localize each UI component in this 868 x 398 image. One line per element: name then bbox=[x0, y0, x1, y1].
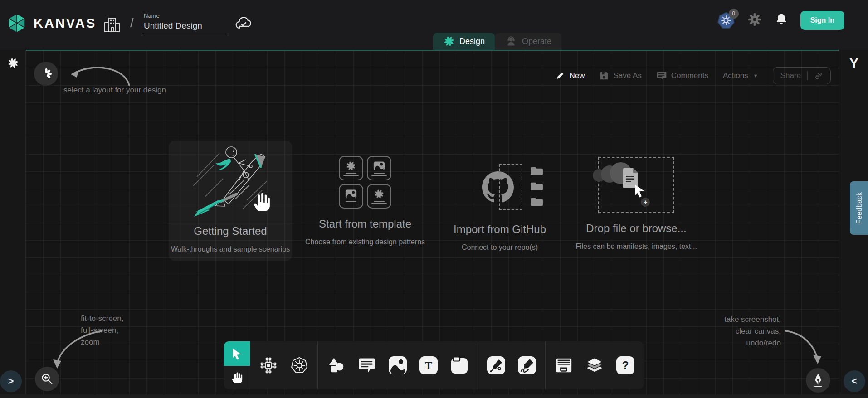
card-getting-started[interactable]: Getting Started Walk-throughs and sample… bbox=[169, 141, 292, 261]
drawer-icon bbox=[554, 356, 573, 374]
layout-hint-text: select a layout for your design bbox=[63, 84, 166, 96]
image-icon bbox=[373, 160, 385, 172]
component-node-icon bbox=[259, 356, 278, 375]
magnifier-plus-icon bbox=[40, 372, 54, 386]
card-subtitle: Files can be manifests, images, text... bbox=[575, 243, 697, 251]
sign-in-button[interactable]: Sign In bbox=[800, 11, 844, 30]
feedback-tab[interactable]: Feedback bbox=[850, 181, 868, 235]
card-title: Start from template bbox=[319, 218, 411, 230]
shapes-tool-button[interactable] bbox=[327, 356, 346, 375]
tab-design[interactable]: Design bbox=[433, 33, 495, 50]
help-button[interactable]: ? bbox=[616, 356, 635, 375]
card-title: Drop file or browse... bbox=[586, 222, 686, 235]
layout-selector-button[interactable] bbox=[34, 62, 58, 86]
new-design-button[interactable]: New bbox=[555, 71, 585, 81]
actions-dropdown[interactable]: Actions ▼ bbox=[723, 71, 758, 80]
kubernetes-credits-icon[interactable]: 0 bbox=[717, 11, 735, 29]
card-drop-file[interactable]: + Drop file or browse... Files can be ma… bbox=[568, 141, 704, 251]
image-tool-button[interactable] bbox=[388, 356, 407, 375]
zoom-in-button[interactable] bbox=[35, 367, 59, 391]
pencil-scribble-icon bbox=[518, 356, 536, 374]
design-name-input[interactable] bbox=[144, 21, 225, 34]
pen-path-icon bbox=[487, 356, 505, 374]
layers-button[interactable] bbox=[585, 356, 604, 375]
right-sidebar: Y Feedback < bbox=[839, 50, 868, 398]
design-name-group: Name bbox=[144, 12, 225, 34]
note-tool-button[interactable] bbox=[450, 356, 469, 375]
brand-name: KANVAS bbox=[34, 16, 96, 31]
folder-icon bbox=[530, 180, 544, 192]
layers-icon bbox=[585, 356, 604, 375]
mode-tabs: Design Operate bbox=[433, 33, 561, 50]
comments-button[interactable]: Comments bbox=[656, 71, 708, 81]
sticky-note-icon bbox=[450, 356, 468, 374]
dock-toolbar: T bbox=[224, 341, 644, 389]
expand-left-panel-button[interactable]: > bbox=[0, 370, 22, 392]
share-button[interactable]: Share bbox=[773, 67, 831, 84]
pattern-spiral-icon bbox=[374, 189, 385, 199]
pen-tools-button[interactable] bbox=[806, 368, 830, 393]
kanvas-app: KANVAS / Name Design bbox=[0, 0, 868, 398]
drawer-archive-button[interactable] bbox=[554, 356, 573, 375]
comment-tool-button[interactable] bbox=[357, 356, 376, 375]
collapse-right-panel-button[interactable]: < bbox=[844, 370, 865, 392]
comments-icon bbox=[656, 71, 667, 81]
template-tile bbox=[339, 156, 363, 180]
card-subtitle: Connect to your repo(s) bbox=[462, 243, 538, 252]
cursor-arrow-icon bbox=[634, 184, 647, 199]
folder-icon bbox=[530, 196, 544, 207]
brand[interactable]: KANVAS bbox=[6, 13, 96, 34]
tool-selector bbox=[224, 341, 250, 389]
text-tool-button[interactable]: T bbox=[419, 356, 438, 375]
save-as-button[interactable]: Save As bbox=[599, 71, 641, 81]
left-sidebar: > bbox=[0, 50, 26, 398]
header-actions: 0 Sign In bbox=[717, 11, 844, 30]
card-start-from-template[interactable]: Start from template Choose from existing… bbox=[305, 141, 425, 246]
pencil-icon bbox=[555, 71, 565, 81]
repo-folders bbox=[530, 165, 544, 207]
plus-badge: + bbox=[641, 198, 650, 207]
notifications-bell-icon[interactable] bbox=[774, 12, 789, 29]
image-icon bbox=[389, 356, 407, 374]
kubernetes-tool-button[interactable] bbox=[290, 356, 309, 375]
comment-bubble-icon bbox=[358, 357, 376, 374]
breadcrumb-separator: / bbox=[130, 16, 134, 30]
meshery-spinner-icon[interactable] bbox=[7, 57, 19, 71]
template-tile bbox=[339, 184, 363, 209]
card-import-from-github[interactable]: Import from GitHub Connect to your repo(… bbox=[439, 141, 560, 252]
card-subtitle: Choose from existing design patterns bbox=[305, 238, 425, 246]
image-icon bbox=[345, 188, 357, 200]
design-canvas[interactable]: select a layout for your design New Save… bbox=[26, 50, 839, 398]
chevron-down-icon: ▼ bbox=[753, 73, 758, 78]
zoom-hint-text: fit-to-screen, full-screen, zoom bbox=[81, 313, 123, 348]
organization-icon[interactable] bbox=[103, 15, 121, 35]
shapes-icon bbox=[327, 356, 346, 375]
kubernetes-helm-icon bbox=[290, 356, 309, 375]
flower-layout-icon bbox=[40, 68, 52, 80]
credits-badge: 0 bbox=[729, 9, 739, 19]
settings-gear-icon[interactable] bbox=[747, 12, 762, 29]
pen-nib-icon bbox=[811, 373, 825, 388]
template-tiles bbox=[339, 156, 391, 209]
canvas-toolbar: New Save As Comments Actions bbox=[555, 67, 831, 84]
hand-icon bbox=[230, 371, 244, 384]
dropzone-illustration: + bbox=[598, 157, 674, 213]
pen-path-tool-button[interactable] bbox=[487, 356, 506, 375]
card-subtitle: Walk-throughs and sample scenarios bbox=[171, 245, 290, 253]
horizontal-scrollbar[interactable] bbox=[0, 394, 868, 398]
github-illustration bbox=[454, 163, 546, 214]
floppy-save-icon bbox=[599, 71, 609, 81]
template-tile bbox=[367, 156, 391, 180]
pan-hand-tool-button[interactable] bbox=[224, 366, 250, 389]
select-tool-button[interactable] bbox=[224, 341, 250, 366]
github-icon bbox=[482, 171, 514, 203]
y-logo: Y bbox=[839, 55, 868, 71]
tab-operate[interactable]: Operate bbox=[495, 33, 561, 50]
rocket-illustration bbox=[176, 141, 285, 218]
component-tool-button[interactable] bbox=[259, 356, 278, 375]
screenshot-hint-arrow bbox=[776, 325, 844, 370]
toolbar-group-infra bbox=[250, 356, 317, 375]
freehand-draw-tool-button[interactable] bbox=[517, 356, 536, 375]
toolbar-group-manage: ? bbox=[546, 356, 644, 375]
folder-icon bbox=[530, 165, 544, 176]
